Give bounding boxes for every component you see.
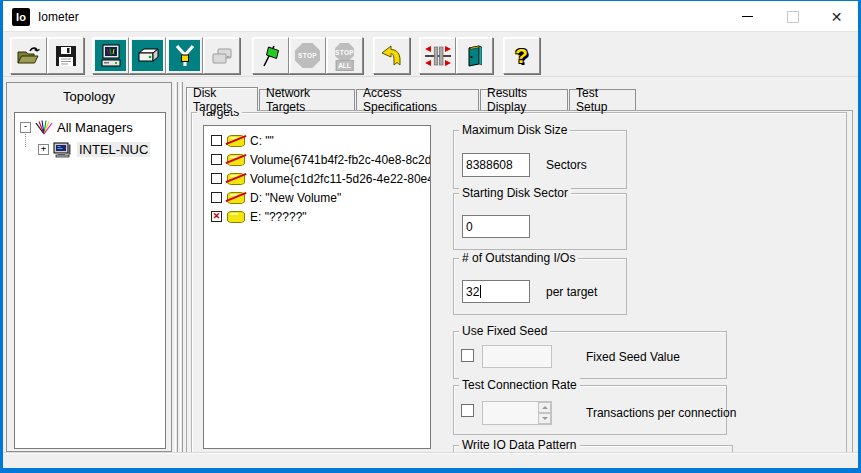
toolbar: STOP STOP ALL ?: [3, 32, 858, 77]
test-connection-rate-group: Test Connection Rate Transactions per co…: [453, 385, 727, 435]
network-cable-icon: [173, 44, 197, 68]
help-question-icon: ?: [515, 44, 528, 68]
target-row[interactable]: D: "New Volume": [204, 188, 430, 207]
stop-test-button[interactable]: STOP: [289, 37, 326, 74]
tab-bar: Disk Targets Network Targets Access Spec…: [186, 87, 637, 110]
manager-computer-icon: [53, 142, 73, 158]
minimize-icon: [742, 16, 753, 17]
use-fixed-seed-group: Use Fixed Seed Fixed Seed Value: [453, 331, 727, 379]
target-label: D: "New Volume": [250, 191, 341, 205]
close-button[interactable]: ✕: [814, 1, 859, 32]
minimize-button[interactable]: [725, 1, 770, 32]
topology-tree[interactable]: - All Managers + INTEL-NUC: [14, 112, 166, 449]
save-test-file-button[interactable]: [47, 37, 84, 74]
tab-network-targets[interactable]: Network Targets: [259, 89, 355, 110]
open-folder-icon: [17, 46, 41, 66]
splitter-handle[interactable]: [180, 82, 183, 452]
group-label: Test Connection Rate: [459, 378, 580, 392]
starting-disk-sector-group: Starting Disk Sector: [453, 193, 627, 250]
all-managers-icon: [35, 120, 53, 136]
topology-title: Topology: [7, 89, 171, 104]
target-checkbox[interactable]: [211, 173, 222, 184]
open-test-file-button[interactable]: [10, 37, 47, 74]
target-checkbox[interactable]: [211, 135, 222, 146]
move-workers-button[interactable]: [419, 37, 456, 74]
target-row[interactable]: E: "?????": [204, 207, 430, 226]
stop-sign-icon: STOP: [295, 43, 320, 68]
maximize-icon: [787, 11, 799, 23]
spin-up-icon[interactable]: [538, 402, 551, 413]
node-label: All Managers: [57, 120, 133, 135]
targets-list[interactable]: C: "" Volume{6741b4f2-fb2c-40e8-8c2d-48 …: [203, 125, 431, 449]
per-target-label: per target: [546, 285, 597, 299]
stop-all-tag: ALL: [335, 60, 354, 71]
collapse-expander-icon[interactable]: -: [20, 122, 31, 133]
sectors-label: Sectors: [546, 158, 587, 172]
stop-all-tests-button[interactable]: STOP ALL: [326, 37, 363, 74]
target-checkbox[interactable]: [211, 192, 222, 203]
group-label: # of Outstanding I/Os: [459, 251, 578, 265]
splitter-handle[interactable]: [175, 82, 178, 452]
help-button[interactable]: ?: [503, 37, 540, 74]
status-bar: [3, 452, 858, 468]
test-connection-rate-checkbox[interactable]: [461, 404, 474, 417]
group-label: Write IO Data Pattern: [459, 438, 580, 452]
use-fixed-seed-checkbox[interactable]: [461, 349, 474, 362]
maximum-disk-size-input[interactable]: [462, 153, 530, 177]
topology-pane: Topology - All Managers +: [6, 82, 172, 452]
maximize-button[interactable]: [770, 1, 815, 32]
expand-expander-icon[interactable]: +: [38, 144, 49, 155]
title-bar: Io Iometer ✕: [1, 1, 860, 32]
target-row[interactable]: C: "": [204, 131, 430, 150]
node-label: INTEL-NUC: [77, 142, 150, 157]
group-label: Use Fixed Seed: [459, 324, 550, 338]
disk-icon: [227, 211, 245, 223]
transactions-label: Transactions per connection: [586, 406, 736, 420]
window-title: Iometer: [38, 10, 79, 24]
exit-door-icon: [464, 45, 486, 67]
text-caret: [480, 285, 481, 298]
tab-access-specifications[interactable]: Access Specifications: [356, 89, 479, 110]
app-logo-icon: Io: [12, 8, 30, 26]
spin-down-icon[interactable]: [538, 413, 551, 424]
transactions-spinner[interactable]: [538, 402, 551, 424]
target-label: Volume{6741b4f2-fb2c-40e8-8c2d-48: [250, 153, 431, 167]
target-label: C: "": [250, 134, 274, 148]
new-network-worker-button[interactable]: [166, 37, 203, 74]
copy-icon: [210, 45, 234, 67]
group-label: Maximum Disk Size: [459, 123, 570, 137]
tab-disk-targets[interactable]: Disk Targets: [186, 87, 258, 111]
disk-icon: [227, 192, 245, 204]
copy-workers-button[interactable]: [203, 37, 240, 74]
tab-test-setup[interactable]: Test Setup: [569, 89, 636, 110]
fixed-seed-value-input[interactable]: [482, 345, 552, 368]
tree-node-all-managers[interactable]: - All Managers: [20, 118, 133, 137]
stop-all-sign-icon: STOP: [335, 43, 354, 62]
target-checkbox[interactable]: [211, 154, 222, 165]
tab-results-display[interactable]: Results Display: [480, 89, 568, 110]
exit-button[interactable]: [456, 37, 493, 74]
reset-workers-button[interactable]: [373, 37, 410, 74]
maximum-disk-size-group: Maximum Disk Size Sectors: [453, 130, 627, 189]
disk-icon: [227, 135, 245, 147]
group-label: Starting Disk Sector: [459, 186, 571, 200]
disk-drive-icon: [136, 45, 160, 67]
target-label: Volume{c1d2fc11-5d26-4e22-80e4-d: [250, 172, 431, 186]
exchange-arrows-icon: [425, 45, 451, 67]
fixed-seed-value-label: Fixed Seed Value: [586, 350, 680, 364]
green-flag-icon: [259, 44, 283, 68]
target-row[interactable]: Volume{6741b4f2-fb2c-40e8-8c2d-48: [204, 150, 430, 169]
new-disk-worker-button[interactable]: [129, 37, 166, 74]
target-row[interactable]: Volume{c1d2fc11-5d26-4e22-80e4-d: [204, 169, 430, 188]
new-manager-button[interactable]: [92, 37, 129, 74]
outstanding-ios-group: # of Outstanding I/Os per target: [453, 258, 627, 315]
starting-disk-sector-input[interactable]: [462, 215, 530, 238]
computer-icon: [99, 44, 123, 68]
disk-icon: [227, 154, 245, 166]
start-tests-button[interactable]: [252, 37, 289, 74]
close-icon: ✕: [831, 9, 843, 25]
tree-node-intel-nuc[interactable]: + INTEL-NUC: [38, 140, 150, 159]
target-label: E: "?????": [250, 210, 307, 224]
target-checkbox[interactable]: [211, 211, 222, 222]
outstanding-ios-input[interactable]: [462, 280, 530, 303]
